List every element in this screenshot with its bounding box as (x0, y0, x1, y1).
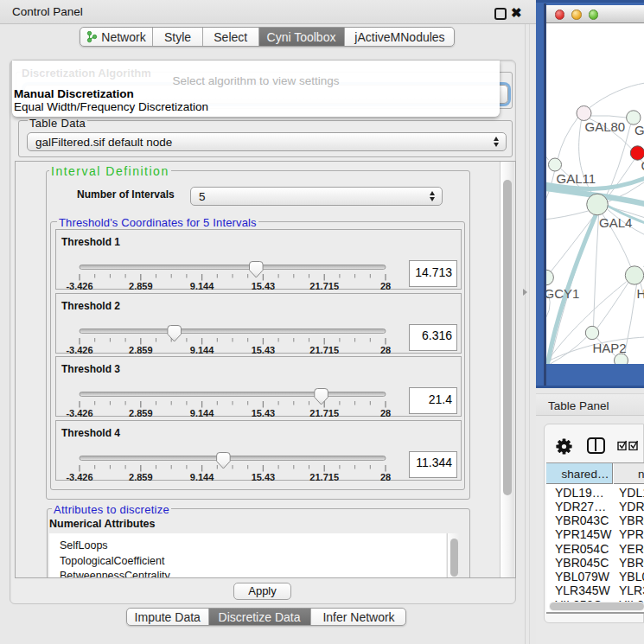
svg-text:15.43: 15.43 (252, 471, 276, 481)
svg-text:HAP2: HAP2 (592, 341, 626, 355)
svg-text:CD: CD (641, 158, 644, 173)
svg-text:2.859: 2.859 (129, 408, 153, 418)
svg-text:15.43: 15.43 (252, 408, 276, 418)
svg-text:-3.426: -3.426 (66, 471, 92, 481)
svg-text:9.144: 9.144 (190, 344, 214, 354)
svg-text:28: 28 (380, 344, 391, 354)
svg-text:9.144: 9.144 (190, 471, 214, 481)
svg-text:21.715: 21.715 (309, 471, 339, 481)
svg-text:21.715: 21.715 (309, 344, 339, 354)
svg-text:28: 28 (380, 408, 391, 418)
svg-text:-3.426: -3.426 (66, 408, 92, 418)
svg-text:28: 28 (380, 281, 391, 291)
svg-text:H: H (636, 286, 644, 301)
svg-text:GAL11: GAL11 (556, 171, 596, 186)
svg-text:21.715: 21.715 (309, 281, 339, 291)
svg-text:28: 28 (380, 471, 391, 481)
svg-text:9.144: 9.144 (190, 408, 214, 418)
svg-text:15.43: 15.43 (252, 344, 276, 354)
svg-text:2.859: 2.859 (129, 281, 153, 291)
svg-text:-3.426: -3.426 (66, 344, 92, 354)
svg-text:2.859: 2.859 (129, 471, 153, 481)
svg-text:GCY1: GCY1 (546, 286, 579, 301)
svg-text:2.859: 2.859 (129, 344, 153, 354)
svg-text:GA: GA (634, 123, 644, 137)
svg-text:21.715: 21.715 (309, 408, 339, 418)
svg-text:15.43: 15.43 (252, 281, 276, 291)
svg-text:GAL80: GAL80 (584, 119, 625, 134)
svg-text:-3.426: -3.426 (66, 281, 92, 291)
svg-text:9.144: 9.144 (190, 281, 214, 291)
svg-text:GAL4: GAL4 (599, 215, 632, 230)
